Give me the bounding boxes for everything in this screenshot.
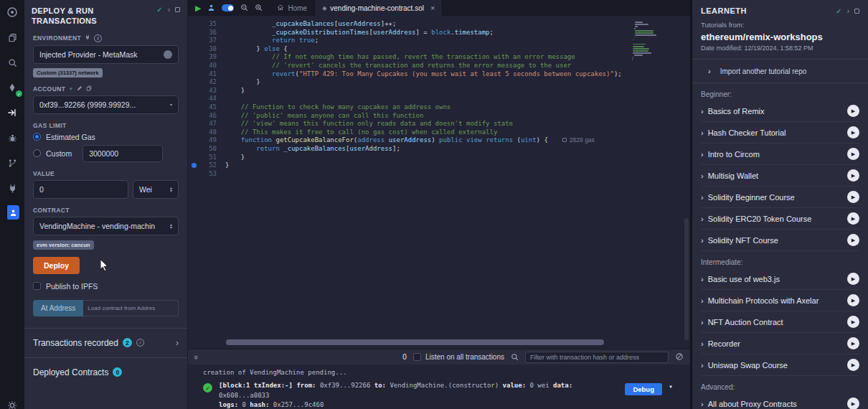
code-line[interactable]: 36 _cupcakeDistributionTimes[userAddress… (188, 29, 690, 37)
workspaces-icon[interactable] (4, 29, 20, 45)
tutorial-item[interactable]: ›Recorder▶ (701, 333, 859, 354)
code-line[interactable]: 45 // Function to check how many cupcake… (188, 103, 690, 112)
code-line[interactable]: 46 // 'public' means anyone can call thi… (188, 112, 690, 121)
tutorial-item[interactable]: ›Solidity NFT Course▶ (701, 230, 859, 251)
code-line[interactable]: 40 // 'revert' cancels the transaction a… (188, 62, 690, 70)
minimap[interactable] (632, 22, 656, 62)
close-tab-icon[interactable]: × (430, 4, 435, 12)
line-number[interactable]: 45 (188, 103, 225, 112)
play-tutorial-icon[interactable]: ▶ (847, 294, 859, 306)
horizontal-scrollbar[interactable] (226, 339, 628, 345)
panel-pin-icon[interactable] (175, 7, 180, 12)
at-address-button[interactable]: At Address (33, 300, 83, 316)
custom-gas-radio[interactable] (33, 149, 41, 157)
settings-gear-icon[interactable] (4, 398, 20, 409)
transaction-filter-input[interactable] (525, 352, 669, 363)
play-tutorial-icon[interactable]: ▶ (847, 126, 859, 138)
tutorial-item[interactable]: ›Basic use of web3.js▶ (701, 268, 859, 290)
estimated-gas-option[interactable]: Estimated Gas (33, 133, 179, 141)
terminal-expand-icon[interactable]: » (192, 354, 201, 359)
custom-gas-option[interactable]: Custom (33, 145, 179, 162)
panel-expand-icon[interactable]: › (168, 6, 170, 14)
copy-account-icon[interactable] (86, 85, 92, 93)
line-number[interactable]: 39 (188, 53, 225, 62)
contract-stepper-icon[interactable]: ▴▾ (170, 223, 172, 229)
learneth-pin-icon[interactable] (854, 9, 859, 14)
deploy-run-icon[interactable] (4, 105, 20, 121)
tutorial-item[interactable]: ›NFT Auction Contract▶ (701, 311, 859, 333)
line-number[interactable]: 41 (188, 70, 225, 79)
line-number[interactable]: 50 (188, 145, 225, 154)
value-input[interactable] (33, 180, 128, 199)
line-number[interactable]: 51 (188, 154, 225, 162)
terminal[interactable]: creation of VendingMachine pending... ✓ … (188, 365, 690, 409)
tab-vending-machine-contract[interactable]: ◆ vending-machine-contract.sol × (315, 0, 443, 16)
play-tutorial-icon[interactable]: ▶ (847, 316, 859, 328)
code-line[interactable]: 42 } (188, 78, 690, 87)
code-line[interactable]: 37 return true; (188, 37, 690, 45)
code-line[interactable]: 41 revert("HTTP 429: Too Many Cupcakes (… (188, 70, 690, 79)
code-line[interactable]: 39 // If not enough time has passed, rev… (188, 53, 690, 62)
add-account-icon[interactable]: + (69, 85, 72, 93)
publish-ipfs-checkbox[interactable] (33, 282, 41, 290)
contract-select[interactable]: VendingMachine - vending-machin ▴▾ (33, 217, 179, 235)
line-number[interactable]: 42 (188, 78, 225, 87)
listen-all-transactions[interactable]: Listen on all transactions (413, 353, 504, 361)
code-line[interactable]: 51 } (188, 154, 690, 162)
vertical-scrollbar[interactable] (684, 218, 689, 340)
code-line[interactable]: 53 (188, 170, 690, 179)
play-tutorial-icon[interactable]: ▶ (847, 234, 859, 246)
play-tutorial-icon[interactable]: ▶ (847, 105, 859, 117)
line-number[interactable]: 44 (188, 95, 225, 103)
code-line[interactable]: 50 return _cupcakeBalances[userAddress]; (188, 145, 690, 154)
transactions-recorded-row[interactable]: Transactions recorded 2 i › (33, 329, 179, 357)
learneth-plugin-icon[interactable] (5, 205, 19, 220)
play-tutorial-icon[interactable]: ▶ (847, 148, 859, 160)
expand-log-chevron-icon[interactable]: ▾ (669, 382, 673, 390)
deploy-button[interactable]: Deploy (33, 257, 80, 274)
listen-checkbox[interactable] (413, 353, 421, 361)
play-tutorial-icon[interactable]: ▶ (847, 359, 859, 371)
solidity-compiler-icon[interactable]: ✓ (4, 80, 20, 95)
import-tutorial-repo[interactable]: › Import another tutorial repo (692, 60, 868, 83)
play-tutorial-icon[interactable]: ▶ (847, 169, 859, 182)
edit-account-icon[interactable] (77, 85, 82, 93)
code-line[interactable]: 43 } (188, 87, 690, 95)
search-icon[interactable] (4, 55, 20, 70)
line-number[interactable]: 49 (188, 136, 225, 145)
line-number[interactable]: 37 (188, 37, 225, 45)
code-editor[interactable]: 35 _cupcakeBalances[userAddress]++;36 _c… (188, 20, 690, 178)
tutorial-item[interactable]: ›Uniswap Swap Course▶ (701, 354, 859, 376)
terminal-search-icon[interactable] (511, 351, 519, 364)
breakpoint-dot[interactable] (192, 163, 197, 168)
play-tutorial-icon[interactable]: ▶ (847, 191, 859, 203)
environment-select[interactable]: Injected Provider - MetaMask (33, 45, 179, 64)
chevron-right-icon[interactable]: › (176, 338, 179, 348)
code-line[interactable]: 52} (188, 161, 690, 170)
tutorial-item[interactable]: ›Multisig Wallet▶ (701, 165, 859, 187)
tutorial-item[interactable]: ›Multichain Protocols with Axelar▶ (701, 290, 859, 311)
assistant-person-icon[interactable] (207, 1, 215, 14)
code-line[interactable]: 49 function getCupcakeBalanceFor(address… (188, 136, 690, 145)
transactions-info-icon[interactable]: i (136, 339, 144, 347)
line-number[interactable]: 48 (188, 128, 225, 137)
estimated-gas-radio[interactable] (33, 133, 41, 141)
tutorial-item[interactable]: ›All about Proxy Contracts▶ (701, 393, 859, 409)
zoom-out-icon[interactable] (240, 1, 248, 14)
line-number[interactable]: 38 (188, 45, 225, 54)
transaction-log-row[interactable]: ✓ [block:1 txIndex:-] from: 0xf39...9226… (203, 381, 683, 409)
tab-home[interactable]: Home (270, 0, 315, 16)
scrollbar-thumb[interactable] (226, 339, 604, 345)
tutorial-item[interactable]: ›Intro to Circom▶ (701, 144, 859, 165)
line-number[interactable]: 40 (188, 62, 225, 70)
deployed-contracts-row[interactable]: Deployed Contracts 0 (33, 358, 179, 387)
at-address-input[interactable] (83, 300, 179, 316)
line-number[interactable]: 43 (188, 87, 225, 95)
play-tutorial-icon[interactable]: ▶ (847, 398, 859, 409)
clear-console-icon[interactable] (675, 351, 684, 364)
publish-ipfs-row[interactable]: Publish to IPFS (33, 282, 179, 291)
plug-icon[interactable] (85, 34, 90, 42)
git-icon[interactable] (4, 155, 20, 171)
plugin-manager-icon[interactable] (4, 180, 20, 196)
tutorial-item[interactable]: ›Solidity ERC20 Token Course▶ (701, 208, 859, 230)
